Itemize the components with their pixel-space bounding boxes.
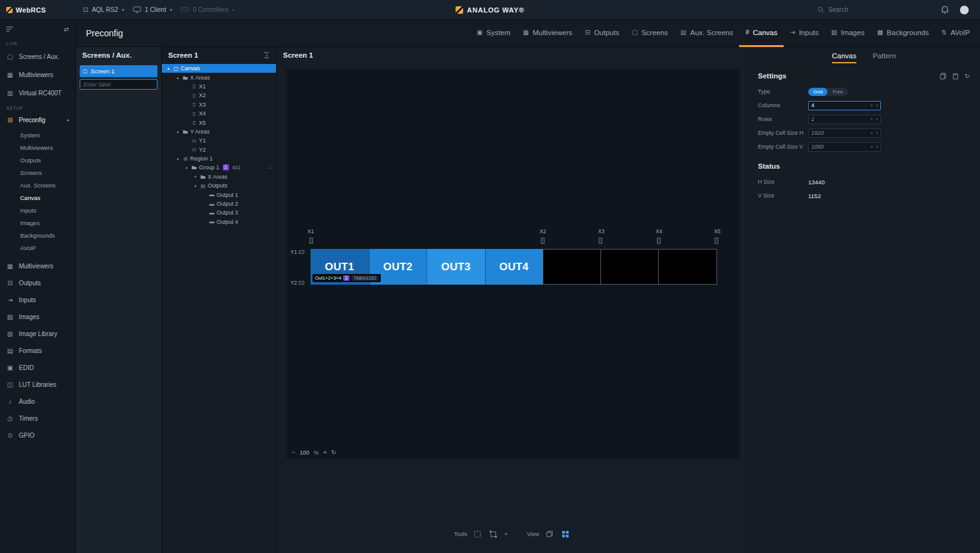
canvas-cell-empty[interactable] — [543, 249, 601, 285]
y-area-handle[interactable] — [299, 281, 304, 285]
tab-pattern-settings[interactable]: Pattern — [873, 52, 896, 63]
canvas-cell-out3[interactable]: OUT3 — [427, 249, 485, 285]
x-area-handle[interactable] — [541, 238, 545, 244]
tree-row-x4[interactable]: ▯ X4 — [162, 109, 276, 118]
increment-icon[interactable]: › — [876, 102, 878, 108]
tab-canvas[interactable]: # Canvas — [739, 20, 784, 47]
tree-row-x5[interactable]: ▯ X5 — [162, 118, 276, 127]
tree-row-x-areas[interactable]: ▴ X Areas — [162, 73, 276, 82]
tree-row-output-1[interactable]: ▬ Output 1 — [162, 190, 276, 199]
tree-row-output-2[interactable]: ▬ Output 2 — [162, 199, 276, 208]
zoom-value[interactable]: 100 — [300, 450, 309, 456]
tab-aux-screens[interactable]: ▤ Aux. Screens — [674, 20, 740, 47]
empty-cell-h-input[interactable]: 1920 ‹ › — [808, 129, 881, 138]
expander-icon[interactable]: ▴ — [192, 183, 199, 188]
sidebar-item-multiviewers[interactable]: ▦ Multiviewers — [0, 66, 75, 84]
sidebar-subitem-canvas[interactable]: Canvas — [0, 191, 75, 204]
increment-icon[interactable]: › — [876, 144, 878, 150]
sidebar-item-edid[interactable]: ▣ EDID — [0, 359, 75, 376]
zoom-out-button[interactable]: − — [292, 449, 296, 456]
sidebar-item-multiviewers-setup[interactable]: ▦ Multiviewers — [0, 258, 75, 275]
sidebar-item-outputs[interactable]: ⊟ Outputs — [0, 275, 75, 292]
decrement-icon[interactable]: ‹ — [871, 102, 873, 108]
tree-row-x1[interactable]: ▯ X1 — [162, 82, 276, 91]
expander-icon[interactable]: ▾ — [192, 174, 199, 179]
screen-label-input[interactable] — [80, 79, 157, 90]
sidebar-item-virtual-rc400t[interactable]: ▥ Virtual RC400T — [0, 84, 75, 102]
decrement-icon[interactable]: ‹ — [871, 116, 873, 122]
expander-icon[interactable]: ▴ — [174, 129, 181, 134]
tab-system[interactable]: ▣ System — [471, 20, 517, 47]
canvas-cell-empty[interactable] — [601, 249, 659, 285]
account-icon[interactable] — [960, 6, 969, 14]
tab-inputs[interactable]: ⇥ Inputs — [784, 20, 825, 47]
x-area-handle[interactable] — [599, 238, 602, 244]
sidebar-item-gpio[interactable]: ⊙ GPIO — [0, 427, 75, 444]
collapse-all-icon[interactable] — [264, 52, 270, 58]
type-free-option[interactable]: Free — [828, 88, 848, 96]
sidebar-item-screens-aux[interactable]: ▢ Screens / Aux. — [0, 48, 75, 66]
empty-cell-v-input[interactable]: 1080 ‹ › — [808, 142, 881, 152]
sidebar-subitem-avoip[interactable]: AVoIP — [0, 241, 75, 254]
paste-settings-icon[interactable] — [952, 73, 959, 80]
tab-multiviewers[interactable]: ▦ Multiviewers — [517, 20, 579, 47]
columns-input[interactable]: 4 ‹ › — [808, 101, 881, 110]
tree-row-group-1[interactable]: ▴ Group 1 2 4x1 ∷ — [162, 163, 276, 172]
view-layers-button[interactable] — [544, 529, 555, 539]
zoom-in-button[interactable]: + — [323, 449, 327, 456]
menu-icon[interactable] — [6, 26, 14, 32]
tree-row-canvas[interactable]: ▴ ▢ Canvas — [162, 64, 276, 73]
sidebar-subitem-images[interactable]: Images — [0, 216, 75, 229]
x-area-handle[interactable] — [657, 238, 661, 244]
rows-input[interactable]: 1 ‹ › — [808, 115, 881, 124]
tree-row-y-areas[interactable]: ▴ Y Areas — [162, 127, 276, 136]
tab-outputs[interactable]: ⊟ Outputs — [578, 20, 626, 47]
sidebar-item-inputs[interactable]: ⇥ Inputs — [0, 292, 75, 308]
tab-canvas-settings[interactable]: Canvas — [832, 52, 856, 63]
transform-tool-button[interactable] — [488, 529, 499, 539]
expander-icon[interactable]: ▴ — [165, 66, 172, 71]
sidebar-item-formats[interactable]: ▤ Formats — [0, 342, 75, 359]
tree-row-y1[interactable]: ▭ Y1 — [162, 136, 276, 145]
sidebar-subitem-inputs[interactable]: Inputs — [0, 204, 75, 216]
increment-icon[interactable]: › — [876, 116, 878, 122]
sidebar-subitem-backgrounds[interactable]: Backgrounds — [0, 229, 75, 241]
tree-row-y2[interactable]: ▭ Y2 — [162, 145, 276, 154]
x-area-handle[interactable] — [309, 238, 313, 244]
canvas-cell-empty[interactable] — [659, 249, 717, 285]
collapse-sidebar-icon[interactable]: ⇄ — [64, 26, 69, 33]
chevron-down-icon[interactable]: ▾ — [505, 532, 507, 537]
search[interactable]: Search — [818, 6, 848, 13]
tree-row-outputs[interactable]: ▴ ▤ Outputs — [162, 181, 276, 190]
sidebar-item-images[interactable]: ▧ Images — [0, 308, 75, 325]
drag-handle-icon[interactable]: ∷ — [268, 165, 271, 171]
screen-list-item[interactable]: ▢ Screen 1 — [80, 65, 157, 77]
tree-row-x3[interactable]: ▯ X3 — [162, 100, 276, 109]
tree-row-output-4[interactable]: ▬ Output 4 — [162, 218, 276, 226]
decrement-icon[interactable]: ‹ — [871, 130, 873, 136]
tree-row-group-x-areas[interactable]: ▾ X Areas — [162, 172, 276, 181]
notifications-icon[interactable] — [941, 6, 949, 14]
expander-icon[interactable]: ▴ — [183, 165, 190, 170]
tab-images[interactable]: ▧ Images — [825, 20, 871, 47]
controllers-indicator[interactable]: 0 Controllers ▾ — [181, 6, 234, 13]
sidebar-item-audio[interactable]: ♪ Audio — [0, 393, 75, 410]
tree-row-region-1[interactable]: ▴ ⊞ Region 1 — [162, 154, 276, 163]
sidebar-item-image-library[interactable]: ▥ Image Library — [0, 325, 75, 342]
sidebar-subitem-screens[interactable]: Screens — [0, 166, 75, 179]
type-grid-option[interactable]: Grid — [808, 88, 828, 96]
view-grid-button[interactable] — [560, 529, 570, 539]
tab-avoip[interactable]: ⇅ AVoIP — [935, 20, 976, 47]
sidebar-item-timers[interactable]: ◷ Timers — [0, 410, 75, 427]
y-area-handle[interactable] — [299, 250, 304, 254]
canvas-stage[interactable]: X1 X2 X3 X4 X5 OUT1 OU — [286, 68, 740, 460]
tab-backgrounds[interactable]: ▩ Backgrounds — [871, 20, 935, 47]
select-tool-button[interactable] — [472, 529, 483, 539]
sidebar-subitem-system[interactable]: System — [0, 129, 75, 141]
zoom-reset-button[interactable]: ↻ — [331, 449, 336, 456]
x-area-handle[interactable] — [715, 238, 718, 244]
clients-selector[interactable]: 1 Client ▾ — [133, 6, 172, 13]
tree-row-output-3[interactable]: ▬ Output 3 — [162, 208, 276, 217]
tree-row-x2[interactable]: ▯ X2 — [162, 91, 276, 100]
sidebar-subitem-multiviewers[interactable]: Multiviewers — [0, 141, 75, 154]
